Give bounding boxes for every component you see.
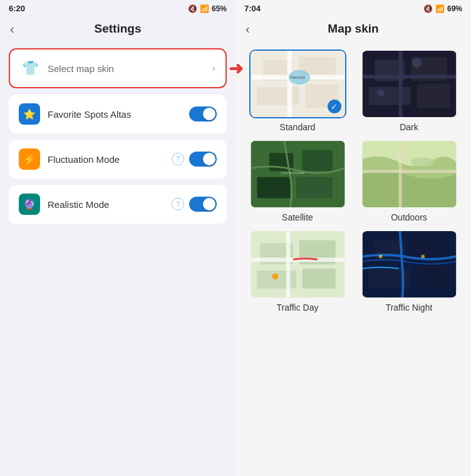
dark-thumb — [361, 49, 458, 118]
time-left: 6:20 — [9, 4, 25, 13]
status-bar-right: 7:04 🔇 📶 69% — [236, 0, 471, 16]
red-arrow-indicator: ➜ — [229, 58, 243, 79]
svg-rect-15 — [362, 75, 455, 79]
map-skin-icon: 👕 — [20, 58, 40, 78]
realistic-mode-row: 🔮 Realistic Mode ? — [9, 185, 227, 224]
svg-rect-4 — [257, 87, 299, 105]
realistic-help-icon[interactable]: ? — [172, 198, 184, 210]
svg-point-18 — [376, 90, 384, 97]
battery-right: 69% — [447, 4, 462, 13]
header-left: ‹ Settings — [0, 16, 236, 43]
time-right: 7:04 — [244, 4, 261, 13]
map-skin-outdoors[interactable]: Outdoors — [357, 140, 461, 222]
svg-rect-23 — [257, 177, 290, 199]
svg-rect-13 — [368, 87, 410, 105]
svg-point-17 — [411, 58, 421, 68]
favorite-spots-icon: ⭐ — [19, 103, 40, 125]
outdoors-label: Outdoors — [391, 212, 427, 222]
back-button-left[interactable]: ‹ — [10, 22, 14, 36]
battery-left: 65% — [212, 4, 227, 13]
fluctuation-mode-toggle[interactable] — [189, 152, 217, 167]
volume-icon: 🔇 — [188, 4, 197, 13]
favorite-spots-toggle[interactable] — [189, 106, 217, 122]
map-skin-traffic-night[interactable]: Traffic Night — [357, 230, 461, 313]
map-skin-title: Map skin — [328, 22, 378, 36]
right-panel: 7:04 🔇 📶 69% ‹ Map skin — [236, 0, 471, 476]
status-icons-left: 🔇 📶 65% — [188, 4, 227, 13]
fluctuation-mode-label: Fluctuation Mode — [48, 154, 164, 165]
realistic-mode-actions: ? — [172, 197, 217, 212]
svg-rect-43 — [368, 267, 410, 289]
map-skin-standard[interactable]: Helsinki ✓ Standard — [246, 49, 349, 132]
fluctuation-mode-actions: ? — [172, 152, 217, 167]
svg-rect-38 — [286, 231, 290, 298]
fluctuation-mode-icon: ⚡ — [19, 148, 40, 170]
outdoors-thumb — [361, 140, 458, 209]
fluctuation-mode-row: ⚡ Fluctuation Mode ? — [9, 140, 227, 178]
svg-rect-29 — [362, 170, 455, 173]
map-skin-grid: Helsinki ✓ Standard — [236, 43, 471, 325]
realistic-mode-toggle[interactable] — [189, 197, 217, 212]
settings-title: Settings — [95, 22, 142, 36]
traffic-night-thumb — [361, 230, 458, 299]
left-panel: 6:20 🔇 📶 65% ‹ Settings 👕 Select map ski… — [0, 0, 236, 476]
svg-text:Fort McDowell: Fort McDowell — [281, 171, 304, 175]
header-right: ‹ Map skin — [236, 16, 471, 43]
favorite-spots-actions — [189, 106, 217, 122]
svg-rect-14 — [417, 84, 450, 108]
traffic-day-label: Traffic Day — [277, 303, 319, 313]
svg-rect-44 — [417, 266, 450, 289]
map-skin-dark[interactable]: Dark — [357, 49, 461, 132]
select-map-skin-row[interactable]: 👕 Select map skin › ➜ — [9, 48, 227, 88]
back-button-right[interactable]: ‹ — [246, 22, 250, 36]
wifi-icon-right: 📶 — [435, 4, 445, 13]
fluctuation-help-icon[interactable]: ? — [172, 153, 184, 165]
volume-icon-right: 🔇 — [423, 4, 433, 13]
svg-rect-24 — [296, 177, 333, 199]
svg-rect-35 — [257, 271, 296, 289]
satellite-label: Satellite — [282, 212, 313, 222]
svg-rect-16 — [398, 51, 402, 117]
satellite-thumb: Fort McDowell — [249, 140, 346, 209]
standard-thumb: Helsinki ✓ — [249, 49, 346, 118]
traffic-day-thumb — [249, 230, 346, 299]
standard-label: Standard — [280, 122, 316, 132]
chevron-right-icon: › — [212, 63, 215, 74]
map-skin-traffic-day[interactable]: Traffic Day — [246, 230, 349, 313]
status-bar-left: 6:20 🔇 📶 65% — [0, 0, 236, 16]
svg-point-30 — [410, 157, 435, 167]
svg-rect-28 — [398, 141, 401, 207]
dark-label: Dark — [400, 122, 418, 132]
svg-rect-7 — [287, 51, 292, 117]
settings-content: 👕 Select map skin › ➜ ⭐ Favorite Spots A… — [0, 43, 236, 476]
svg-text:Helsinki: Helsinki — [290, 75, 305, 80]
tshirt-icon: 👕 — [22, 60, 39, 76]
svg-point-39 — [272, 273, 278, 279]
standard-checkmark: ✓ — [328, 100, 341, 113]
favorite-spots-label: Favorite Spots Altas — [48, 109, 182, 120]
map-skin-satellite[interactable]: Fort McDowell Satellite — [246, 140, 349, 222]
realistic-mode-label: Realistic Mode — [48, 199, 164, 210]
status-icons-right: 🔇 📶 69% — [423, 4, 462, 13]
svg-rect-36 — [302, 269, 335, 289]
svg-point-45 — [378, 255, 382, 259]
svg-rect-22 — [302, 150, 332, 171]
traffic-night-label: Traffic Night — [386, 303, 433, 313]
map-skin-label: Select map skin — [48, 63, 212, 74]
svg-point-46 — [421, 255, 425, 259]
realistic-mode-icon: 🔮 — [19, 194, 40, 215]
wifi-icon: 📶 — [200, 4, 209, 13]
favorite-spots-row: ⭐ Favorite Spots Altas — [9, 95, 227, 133]
